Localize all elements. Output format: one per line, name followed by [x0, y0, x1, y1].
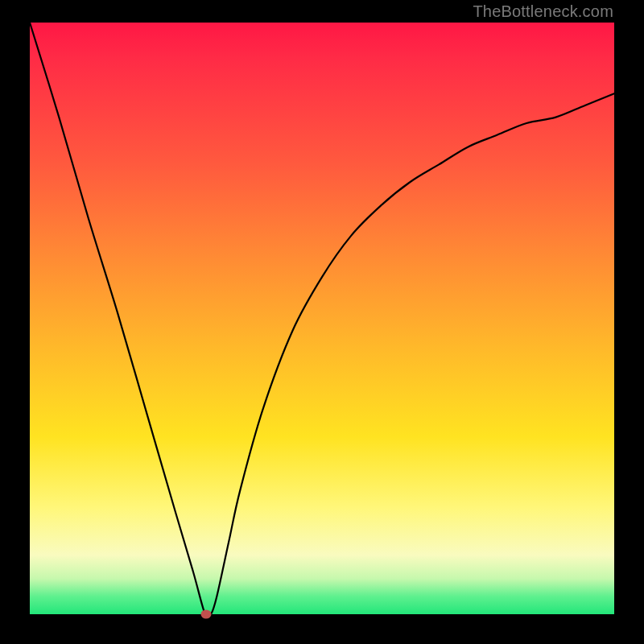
plot-area	[30, 23, 614, 614]
bottleneck-curve	[30, 23, 614, 614]
minimum-marker	[201, 610, 212, 619]
watermark-text: TheBottleneck.com	[473, 2, 613, 21]
chart-frame: TheBottleneck.com	[0, 0, 644, 644]
curve-path	[30, 23, 614, 618]
